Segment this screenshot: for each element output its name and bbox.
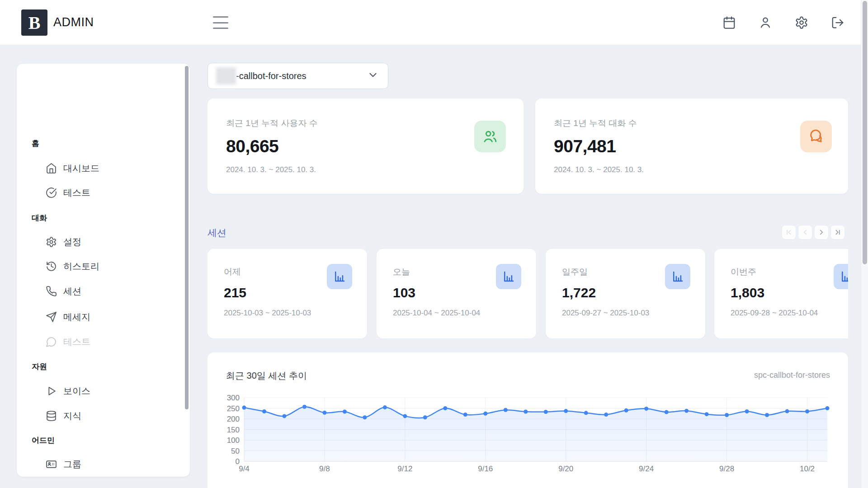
play-icon [45, 385, 57, 397]
session-card-carousel: 어제 215 2025-10-03 ~ 2025-10-03 오늘 103 20… [208, 249, 848, 338]
brand-logo[interactable]: B [21, 9, 47, 36]
stat-label: 최근 1년 누적 대화 수 [554, 117, 637, 129]
calendar-icon[interactable] [722, 15, 737, 30]
send-icon [45, 311, 57, 323]
check-circle-icon [45, 187, 57, 198]
session-card-period: 2025-10-04 ~ 2025-10-04 [393, 309, 480, 318]
sidebar-item-sessions[interactable]: 세션 [17, 281, 179, 301]
session-card-this-week: 이번주 1,803 2025-09-28 ~ 2025-10-04 [714, 249, 848, 338]
svg-text:9/20: 9/20 [558, 465, 573, 473]
sidebar-item-groups[interactable]: 그룹 [17, 454, 179, 474]
svg-text:300: 300 [227, 394, 240, 402]
session-card-label: 어제 [224, 266, 241, 278]
bar-chart-icon [327, 264, 352, 289]
page-scrollbar-thumb[interactable] [863, 1, 867, 264]
chevron-down-icon [367, 69, 379, 83]
next-page-button[interactable] [814, 225, 829, 239]
workspace-select[interactable]: -callbot-for-stores [208, 63, 388, 89]
sidebar-item-label: 지식 [63, 410, 81, 422]
svg-text:250: 250 [227, 404, 240, 413]
stat-period: 2024. 10. 3. ~ 2025. 10. 3. [226, 165, 316, 174]
stat-card-users: 최근 1년 누적 사용자 수 80,665 2024. 10. 3. ~ 202… [208, 99, 524, 194]
users-stat-icon [474, 121, 506, 152]
session-card-value: 215 [224, 285, 246, 300]
dashboard-screen: B ADMIN 홈 대시보드 테스트 [0, 0, 868, 488]
prev-page-button[interactable] [798, 225, 812, 239]
sidebar: 홈 대시보드 테스트 대화 설정 히스토리 세션 메세지 테스트 [17, 64, 190, 477]
sidebar-item-label: 히스토리 [63, 260, 99, 272]
session-card-yesterday: 어제 215 2025-10-03 ~ 2025-10-03 [208, 249, 367, 338]
sidebar-item-test-conversation[interactable]: 테스트 [17, 332, 179, 352]
stat-period: 2024. 10. 3. ~ 2025. 10. 3. [554, 165, 644, 174]
sidebar-item-label: 설정 [63, 236, 81, 248]
svg-text:200: 200 [227, 415, 240, 423]
chat-bubbles-stat-icon [800, 121, 832, 152]
message-circle-icon [45, 336, 57, 347]
menu-toggle-icon[interactable] [213, 16, 228, 29]
logout-icon[interactable] [830, 15, 845, 30]
svg-text:9/4: 9/4 [239, 465, 250, 473]
gear-icon [45, 236, 57, 248]
sidebar-item-label: 테스트 [63, 187, 90, 199]
stat-value: 907,481 [554, 136, 616, 156]
stat-value: 80,665 [226, 136, 278, 156]
session-pager [782, 225, 845, 239]
sidebar-item-voice[interactable]: 보이스 [17, 381, 179, 401]
session-card-label: 오늘 [393, 266, 410, 278]
svg-text:9/28: 9/28 [719, 465, 734, 473]
session-card-label: 일주일 [562, 266, 588, 278]
session-section-title: 세션 [208, 226, 226, 239]
session-card-value: 1,722 [562, 285, 596, 300]
sidebar-item-label: 보이스 [63, 385, 90, 397]
history-icon [45, 260, 57, 272]
brand-logo-letter: B [28, 12, 41, 33]
sidebar-item-test-home[interactable]: 테스트 [17, 183, 179, 202]
first-page-button[interactable] [782, 225, 796, 239]
sidebar-item-label: 세션 [63, 285, 81, 297]
sidebar-scrollbar-thumb[interactable] [185, 66, 189, 409]
sidebar-section-resources: 자원 [32, 358, 47, 375]
svg-text:9/24: 9/24 [639, 465, 654, 473]
sidebar-section-conversation: 대화 [32, 210, 47, 226]
phone-icon [45, 285, 57, 297]
sidebar-item-label: 대시보드 [63, 162, 99, 174]
stat-card-conversations: 최근 1년 누적 대화 수 907,481 2024. 10. 3. ~ 202… [535, 99, 848, 194]
stat-label: 최근 1년 누적 사용자 수 [226, 117, 318, 129]
header-actions [722, 15, 845, 30]
sidebar-item-dashboard[interactable]: 대시보드 [17, 158, 179, 178]
group-card-icon [45, 458, 57, 470]
session-card-week: 일주일 1,722 2025-09-27 ~ 2025-10-03 [546, 249, 705, 338]
sidebar-item-messages[interactable]: 메세지 [17, 307, 179, 327]
home-icon [45, 162, 57, 174]
svg-text:100: 100 [227, 436, 240, 445]
session-card-value: 103 [393, 285, 415, 300]
user-profile-icon[interactable] [758, 15, 773, 30]
sidebar-item-settings[interactable]: 설정 [17, 232, 179, 252]
svg-text:10/2: 10/2 [800, 465, 815, 473]
redacted-workspace-prefix [216, 67, 236, 84]
last-page-button[interactable] [830, 225, 845, 239]
svg-text:150: 150 [227, 426, 240, 434]
sidebar-item-label: 그룹 [63, 458, 81, 470]
workspace-select-value: -callbot-for-stores [236, 71, 307, 81]
session-card-period: 2025-10-03 ~ 2025-10-03 [224, 309, 311, 318]
svg-text:9/8: 9/8 [319, 465, 330, 473]
svg-text:9/12: 9/12 [397, 465, 412, 473]
bar-chart-icon [834, 264, 848, 289]
session-card-period: 2025-09-28 ~ 2025-10-04 [731, 309, 818, 318]
sidebar-item-history[interactable]: 히스토리 [17, 256, 179, 276]
database-icon [45, 410, 57, 422]
page-scrollbar [861, 0, 868, 488]
sidebar-item-knowledge[interactable]: 지식 [17, 406, 179, 426]
bar-chart-icon [665, 264, 690, 289]
sidebar-section-home: 홈 [32, 135, 39, 151]
top-header: B ADMIN [0, 0, 868, 45]
settings-icon[interactable] [794, 15, 809, 30]
session-card-value: 1,803 [731, 285, 764, 300]
sidebar-item-label: 메세지 [63, 311, 90, 323]
svg-text:9/16: 9/16 [478, 465, 493, 473]
session-card-label: 이번주 [731, 266, 756, 278]
session-trend-line-chart[interactable]: 0501001502002503009/49/89/129/169/209/24… [208, 352, 848, 488]
sidebar-item-label: 테스트 [63, 336, 90, 348]
session-card-today: 오늘 103 2025-10-04 ~ 2025-10-04 [377, 249, 536, 338]
